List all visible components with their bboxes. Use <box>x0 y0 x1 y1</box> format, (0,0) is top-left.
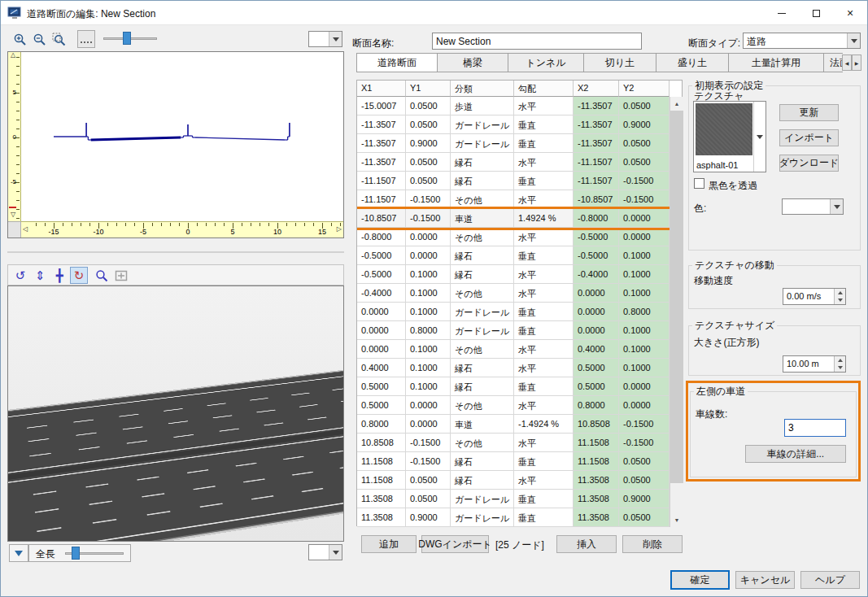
ok-button[interactable]: 確定 <box>670 570 730 590</box>
chevron-down-icon[interactable] <box>830 199 843 214</box>
tab-5[interactable]: 盛り土 <box>656 53 729 72</box>
panel-splitter[interactable] <box>7 251 344 253</box>
table-scrollbar[interactable]: ▲ ▼ <box>670 97 683 527</box>
tab-scroll-right[interactable]: ▶ <box>852 54 861 71</box>
tab-4[interactable]: 切り土 <box>583 53 656 72</box>
table-row[interactable]: 0.80000.0000車道-1.4924 %10.8508-0.1500 <box>357 415 670 434</box>
chevron-down-icon[interactable] <box>329 32 342 46</box>
table-row[interactable]: 0.00000.8000ガードレール垂直0.00000.1000 <box>357 321 670 340</box>
slider-thumb[interactable] <box>123 32 131 45</box>
scroll-down-icon[interactable]: ▼ <box>670 513 683 527</box>
delete-button[interactable]: 削除 <box>622 535 683 553</box>
tab-7[interactable]: 法面 <box>823 53 843 72</box>
tab-6[interactable]: 土量計算用 <box>728 53 824 72</box>
column-header-x1[interactable]: X1 <box>357 81 406 97</box>
table-row[interactable]: -15.00070.0500歩道水平-11.35070.0500 <box>357 97 670 115</box>
fit-view-icon[interactable] <box>112 267 130 284</box>
insert-button[interactable]: 挿入 <box>556 535 617 553</box>
dwg-import-button[interactable]: DWGインポート <box>421 535 489 553</box>
grid-snap-button[interactable] <box>77 30 95 48</box>
tab-3[interactable]: トンネル <box>508 53 584 72</box>
length-slider[interactable] <box>65 546 124 560</box>
section-name-input[interactable] <box>432 33 642 50</box>
table-row[interactable]: 0.50000.1000縁石垂直0.50000.0000 <box>357 377 670 396</box>
table-row[interactable]: 11.35080.0500ガードレール垂直11.35080.9000 <box>357 490 670 508</box>
chevron-down-icon[interactable] <box>847 33 860 48</box>
spin-down-icon[interactable] <box>835 297 845 305</box>
rotate-icon[interactable]: ↻ <box>70 267 88 284</box>
column-header-勾配[interactable]: 勾配 <box>514 81 574 97</box>
download-button[interactable]: ダウンロード <box>779 155 839 172</box>
scroll-up-icon[interactable]: ▲ <box>670 97 683 111</box>
add-button[interactable]: 追加 <box>361 535 417 553</box>
zoom-window-icon[interactable] <box>50 30 68 48</box>
ruler-scroll-up-icon[interactable]: △ <box>11 52 15 59</box>
vertical-ruler[interactable]: △ ▽ 50-5 <box>8 52 21 221</box>
table-row[interactable]: 11.15080.0500縁石水平11.35080.0500 <box>357 471 670 490</box>
table-row[interactable]: -11.15070.0500縁石垂直-11.1507-0.1500 <box>357 172 670 190</box>
ruler-scroll-left-icon[interactable]: ◁ <box>23 226 28 233</box>
section-type-select[interactable]: 道路 <box>743 33 861 49</box>
pan-vertical-icon[interactable]: ⇕ <box>31 267 49 284</box>
cancel-button[interactable]: キャンセル <box>735 571 795 589</box>
transparent-black-checkbox[interactable] <box>694 178 704 189</box>
table-row[interactable]: -11.35070.0500ガードレール垂直-11.35070.9000 <box>357 115 670 134</box>
zoom-out-icon[interactable] <box>30 30 48 48</box>
chevron-down-icon[interactable] <box>329 545 342 560</box>
orbit-icon[interactable]: ↺ <box>11 267 29 284</box>
spin-up-icon[interactable] <box>835 289 845 297</box>
spin-down-icon[interactable] <box>835 364 845 373</box>
model-3d-viewport[interactable] <box>7 285 344 542</box>
tab-1[interactable]: 道路断面 <box>356 53 438 72</box>
tab-2[interactable]: 橋梁 <box>437 53 508 72</box>
table-row[interactable]: -10.8507-0.1500車道1.4924 %-0.80000.0000 <box>357 209 670 228</box>
table-row[interactable]: -0.50000.0000縁石垂直-0.50000.1000 <box>357 246 670 265</box>
texture-select[interactable]: asphalt-01 <box>693 101 766 172</box>
background-select-3d[interactable] <box>308 544 342 560</box>
zoom-in-icon[interactable] <box>11 30 28 48</box>
help-button[interactable]: ヘルプ <box>800 571 860 589</box>
column-header-y1[interactable]: Y1 <box>406 81 451 97</box>
minimize-button[interactable] <box>765 1 799 25</box>
column-header-y2[interactable]: Y2 <box>619 81 670 97</box>
color-select[interactable] <box>782 198 844 215</box>
chevron-down-icon[interactable] <box>753 102 765 172</box>
tab-scroll-left[interactable]: ◀ <box>842 54 852 71</box>
zoom-slider[interactable] <box>103 31 157 46</box>
table-row[interactable]: -0.50000.1000縁石水平-0.40000.1000 <box>357 265 670 284</box>
table-row[interactable]: 11.1508-0.1500縁石垂直11.15080.0500 <box>357 452 670 471</box>
table-cell: 0.5000 <box>574 377 619 396</box>
column-header-分類[interactable]: 分類 <box>451 81 514 97</box>
scrollbar-thumb[interactable] <box>670 111 683 483</box>
table-row[interactable]: -0.40000.1000その他水平0.00000.1000 <box>357 284 670 303</box>
table-row[interactable]: 0.00000.1000ガードレール垂直0.00000.8000 <box>357 303 670 321</box>
table-row[interactable]: -11.35070.0500縁石水平-11.15070.0500 <box>357 153 670 172</box>
table-row[interactable]: 10.8508-0.1500その他水平11.1508-0.1500 <box>357 434 670 452</box>
table-row[interactable]: 11.35080.9000ガードレール垂直11.35080.0500 <box>357 508 670 527</box>
table-row[interactable]: -11.1507-0.1500その他水平-10.8507-0.1500 <box>357 190 670 209</box>
spin-up-icon[interactable] <box>835 356 845 364</box>
lane-count-input[interactable] <box>784 419 846 437</box>
cross-section-canvas[interactable] <box>21 52 343 221</box>
horizontal-ruler[interactable]: ◁ ▷ -15-10-5051015 <box>21 221 343 237</box>
slider-thumb[interactable] <box>72 547 80 560</box>
background-select-2d[interactable] <box>308 31 342 47</box>
ruler-scroll-down-icon[interactable]: ▽ <box>11 211 15 218</box>
speed-spinner[interactable]: 0.00 m/s <box>783 288 846 305</box>
update-button[interactable]: 更新 <box>779 104 839 121</box>
table-row[interactable]: 0.00000.1000その他水平0.40000.1000 <box>357 340 670 359</box>
lane-detail-button[interactable]: 車線の詳細... <box>745 445 846 463</box>
table-row[interactable]: -11.35070.9000ガードレール垂直-11.35070.0500 <box>357 134 670 153</box>
maximize-button[interactable] <box>799 1 833 25</box>
ruler-scroll-right-icon[interactable]: ▷ <box>337 226 342 233</box>
pan-icon[interactable]: ╋ <box>50 267 68 284</box>
view-menu-button[interactable] <box>9 544 28 562</box>
size-spinner[interactable]: 10.00 m <box>783 355 846 373</box>
table-row[interactable]: 0.50000.0000その他水平0.80000.0000 <box>357 396 670 415</box>
table-row[interactable]: -0.80000.0000その他水平-0.50000.0000 <box>357 228 670 246</box>
zoom-3d-icon[interactable] <box>93 267 111 284</box>
import-button[interactable]: インポート <box>779 129 839 146</box>
table-row[interactable]: 0.40000.1000縁石水平0.50000.1000 <box>357 359 670 377</box>
close-button[interactable]: × <box>833 1 867 25</box>
column-header-x2[interactable]: X2 <box>574 81 619 97</box>
